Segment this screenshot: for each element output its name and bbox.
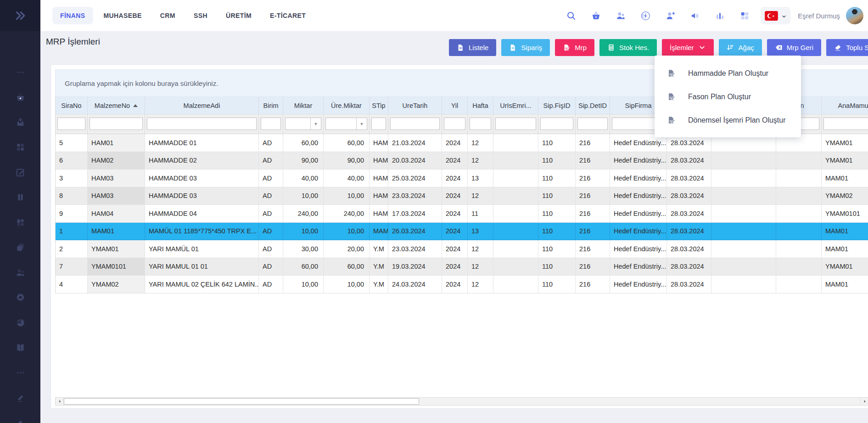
table-row[interactable]: 7YMAM0101YARI MAMUL 01 01AD60,0060,00Y.M… — [55, 258, 868, 276]
cell: 3 — [56, 169, 88, 187]
sidebar-inbox-download-icon[interactable] — [0, 110, 40, 135]
tab-fi-nans[interactable]: FİNANS — [52, 7, 93, 24]
column-header-sirano[interactable]: SiraNo — [56, 97, 88, 114]
sidebar-users-icon[interactable] — [0, 260, 40, 285]
column-header-yil[interactable]: Yil — [442, 97, 468, 114]
sidebar-tiles-icon[interactable] — [0, 210, 40, 235]
filter-cell: ▼ — [283, 114, 324, 134]
table-row[interactable]: 3HAM03HAMMADDE 03AD40,0040,00HAM25.03.20… — [55, 169, 868, 187]
filter-input-sip-fi-id[interactable] — [541, 118, 573, 130]
menu-item-fason-plan-olu-tur[interactable]: Fason Plan Oluştur — [655, 85, 801, 108]
column-header-sip-detid[interactable]: Sip.DetID — [576, 97, 610, 114]
table-row[interactable]: 6HAM02HAMMADDE 02AD90,0090,00HAM20.03.20… — [55, 152, 868, 170]
sidebar-pencil-icon[interactable] — [0, 385, 40, 411]
filter-input-sirano[interactable] — [58, 118, 85, 130]
language-selector[interactable] — [761, 7, 790, 24]
tab-crm[interactable]: CRM — [152, 7, 183, 24]
cell: 60,00 — [283, 134, 324, 152]
filter-input-malzemeno[interactable] — [90, 118, 142, 130]
filter-input-hafta[interactable] — [470, 118, 491, 130]
scroll-left-icon[interactable] — [56, 398, 64, 405]
cell: YARI MAMUL 02 ÇELİK 642 LAMİN... — [145, 276, 259, 293]
cell: AD — [259, 276, 283, 293]
cell — [711, 187, 776, 205]
a-a-button[interactable]: Ağaç — [719, 39, 762, 56]
tab-e-ti-caret[interactable]: E-TİCARET — [262, 7, 314, 24]
cell: 6 — [56, 152, 88, 170]
sidebar-book-icon[interactable] — [0, 335, 40, 361]
column-header-hafta[interactable]: Hafta — [468, 97, 493, 114]
sidebar-ellipsis-icon[interactable] — [0, 60, 40, 85]
sidebar-edit-square-icon[interactable] — [0, 160, 40, 185]
cell: 110 — [538, 240, 576, 258]
user-add-icon[interactable] — [665, 11, 676, 21]
listele-button[interactable]: Listele — [449, 39, 496, 56]
users-icon[interactable] — [616, 11, 626, 21]
filter-dropdown-icon[interactable]: ▼ — [356, 118, 367, 130]
user-name[interactable]: Eşref Durmuş — [798, 12, 840, 20]
squares-icon[interactable] — [739, 11, 750, 21]
filter-input-anamamulno[interactable] — [824, 118, 868, 130]
sidebar-diamond-icon[interactable] — [0, 410, 40, 423]
mrp-button[interactable]: Mrp — [555, 39, 594, 56]
user-avatar[interactable] — [846, 7, 863, 24]
table-row-selected[interactable]: 1MAM01MAMÜL 01 1185*775*450 TRPX E...AD1… — [55, 223, 868, 241]
filter-input-re-miktar[interactable] — [326, 118, 356, 130]
column-header-re-miktar[interactable]: Üre.Miktar — [324, 97, 370, 114]
flash-circle-icon[interactable] — [640, 11, 651, 21]
scroll-right-icon[interactable] — [860, 398, 868, 405]
table-row[interactable]: 4YMAM02YARI MAMUL 02 ÇELİK 642 LAMİN...A… — [55, 276, 868, 293]
column-header-sip-fi-id[interactable]: Sip.FişID — [538, 97, 576, 114]
sidebar-grid-icon[interactable] — [0, 135, 40, 160]
column-header-uretarih[interactable]: UreTarih — [388, 97, 442, 114]
sidebar-ellipsis-icon[interactable] — [0, 360, 40, 385]
filter-input-stip[interactable] — [372, 118, 386, 130]
filter-input-miktar[interactable] — [286, 118, 310, 130]
table-row[interactable]: 2YMAM01YARI MAMÜL 01AD30,0020,00Y.M23.03… — [55, 240, 868, 258]
sidebar-toggle-chevrons-right-icon[interactable] — [13, 9, 27, 23]
filter-input-malzemeadi[interactable] — [147, 118, 256, 130]
scrollbar-thumb[interactable] — [64, 398, 419, 405]
tab-reti-m[interactable]: ÜRETİM — [218, 7, 259, 24]
stok-hes-button[interactable]: Stok Hes. — [599, 39, 657, 56]
search-icon[interactable] — [566, 11, 577, 21]
cell — [493, 240, 538, 258]
sidebar-gear-icon[interactable] — [0, 285, 40, 310]
filter-input-yil[interactable] — [444, 118, 465, 130]
volume-icon[interactable] — [690, 11, 700, 21]
tab-ssh[interactable]: SSH — [186, 7, 215, 24]
tab-muhasebe[interactable]: MUHASEBE — [96, 7, 150, 24]
column-header-malzemeadi[interactable]: MalzemeAdi — [145, 97, 259, 114]
sipari-button[interactable]: Sipariş — [501, 39, 550, 56]
column-header-anamamulno[interactable]: AnaMamulNo — [822, 97, 868, 114]
menu-item-d-nemsel-i-emri-plan-olu-tur[interactable]: Dönemsel İşemri Plan Oluştur — [655, 108, 801, 132]
column-header-birim[interactable]: Birim — [259, 97, 283, 114]
i-lemler-button[interactable]: İşlemler — [662, 39, 714, 56]
mrp-geri-button[interactable]: Mrp Geri — [767, 39, 821, 56]
filter-input-urisemri[interactable] — [496, 118, 536, 130]
column-header-miktar[interactable]: Miktar — [283, 97, 324, 114]
filter-dropdown-icon[interactable]: ▼ — [310, 118, 321, 130]
basket-icon[interactable] — [591, 11, 601, 21]
filter-input-uretarih[interactable] — [391, 118, 439, 130]
sidebar-basket-icon[interactable] — [0, 85, 40, 110]
sidebar-pie-chart-icon[interactable] — [0, 310, 40, 335]
cell: 240,00 — [283, 205, 324, 223]
sidebar-columns-icon[interactable] — [0, 185, 40, 210]
sidebar-copy-icon[interactable] — [0, 235, 40, 260]
cell: AD — [259, 187, 283, 205]
toplu-sil-button[interactable]: Toplu Sil — [826, 39, 868, 56]
cell: 5 — [56, 134, 88, 152]
cell — [493, 134, 538, 152]
cell: 28.03.2024 — [667, 169, 711, 187]
horizontal-scrollbar[interactable] — [55, 397, 868, 406]
table-row[interactable]: 8HAM03HAMMADDE 03AD10,0010,00HAM23.03.20… — [55, 187, 868, 205]
table-row[interactable]: 9HAM04HAMMADDE 04AD240,00240,00HAM17.03.… — [55, 205, 868, 223]
column-header-urisemri[interactable]: UrIsEmri... — [493, 97, 538, 114]
column-header-malzemeno[interactable]: MalzemeNo — [88, 97, 145, 114]
column-header-stip[interactable]: STip — [370, 97, 388, 114]
bar-chart-icon[interactable] — [715, 11, 725, 21]
filter-input-sip-detid[interactable] — [578, 118, 607, 130]
menu-item-hammadde-plan-olu-tur[interactable]: Hammadde Plan Oluştur — [655, 62, 801, 85]
filter-input-birim[interactable] — [261, 118, 280, 130]
